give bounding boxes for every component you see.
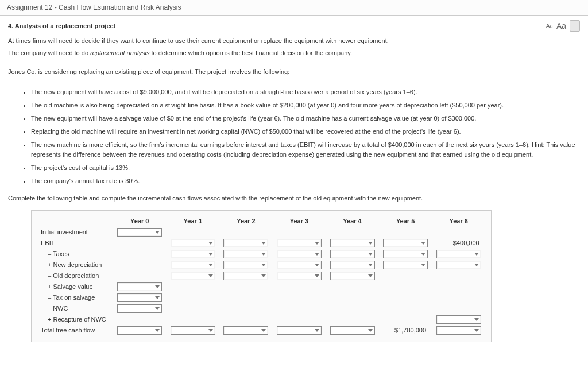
cashflow-table-container: Year 0 Year 1 Year 2 Year 3 Year 4 Year … [31, 210, 492, 342]
row-label: – Old depreciation [37, 270, 113, 281]
chevron-down-icon [315, 253, 319, 256]
dropdown-olddep-y2[interactable] [223, 272, 268, 280]
fact-item: The old machine is also being depreciate… [31, 100, 580, 110]
intro-2b: to determine which option is the best fi… [149, 49, 352, 56]
dropdown-newdep-y5[interactable] [383, 261, 428, 269]
row-initial-investment: Initial investment [37, 227, 485, 238]
dropdown-ebit-y4[interactable] [330, 239, 375, 247]
chevron-down-icon [208, 274, 213, 277]
dropdown-tfcf-y4[interactable] [330, 326, 375, 335]
row-recapture-nwc: + Recapture of NWC [37, 314, 485, 325]
col-header-y6: Year 6 [432, 215, 485, 227]
dropdown-salvage-y0[interactable] [117, 282, 162, 291]
dropdown-initial-y0[interactable] [117, 228, 162, 237]
dropdown-ebit-y1[interactable] [171, 239, 215, 247]
chevron-down-icon [368, 253, 373, 256]
font-controls: Aa Aa [546, 20, 580, 32]
row-old-depreciation: – Old depreciation [37, 270, 485, 281]
fact-item: The company's annual tax rate is 30%. [31, 176, 580, 186]
intro-2a: The company will need to do [8, 49, 90, 56]
row-nwc: – NWC [37, 303, 485, 314]
chevron-down-icon [208, 329, 213, 332]
font-size-up[interactable]: Aa [556, 21, 566, 30]
assignment-title: Assignment 12 - Cash Flow Estimation and… [0, 0, 588, 16]
question-title: 4. Analysis of a replacement project [8, 22, 115, 29]
row-label: + Salvage value [37, 281, 113, 292]
dropdown-olddep-y1[interactable] [171, 272, 215, 280]
table-header-row: Year 0 Year 1 Year 2 Year 3 Year 4 Year … [37, 215, 485, 227]
chevron-down-icon [421, 253, 425, 256]
question-content: 4. Analysis of a replacement project Aa … [0, 16, 588, 350]
fact-item: The new equipment will have a cost of $9… [31, 87, 580, 97]
fact-item: The new equipment will have a salvage va… [31, 114, 580, 123]
row-label: – Taxes [37, 249, 113, 260]
dropdown-newdep-y3[interactable] [277, 261, 322, 269]
fact-list: The new equipment will have a cost of $9… [8, 87, 580, 186]
chevron-down-icon [155, 231, 160, 234]
row-label: + Recapture of NWC [37, 314, 113, 325]
chevron-down-icon [421, 264, 425, 266]
dropdown-tfcf-y1[interactable] [171, 326, 215, 335]
chevron-down-icon [474, 253, 479, 256]
dropdown-tfcf-y3[interactable] [277, 326, 322, 335]
font-size-down[interactable]: Aa [546, 23, 553, 29]
dropdown-newdep-y6[interactable] [436, 261, 481, 269]
col-header-y4: Year 4 [326, 215, 379, 227]
row-new-depreciation: + New depreciation [37, 260, 485, 270]
chevron-down-icon [368, 264, 373, 266]
dropdown-taxsalv-y0[interactable] [117, 293, 162, 302]
dropdown-ebit-y5[interactable] [383, 239, 428, 247]
col-header-y0: Year 0 [113, 215, 167, 227]
row-salvage-value: + Salvage value [37, 281, 485, 292]
dropdown-taxes-y4[interactable] [330, 250, 375, 258]
tfcf-y5-value: $1,780,000 [383, 327, 428, 334]
chevron-down-icon [421, 242, 425, 245]
chevron-down-icon [315, 274, 319, 277]
row-ebit: EBIT $400,000 [37, 238, 485, 249]
row-label: + New depreciation [37, 260, 113, 270]
dropdown-olddep-y3[interactable] [277, 272, 322, 280]
row-total-free-cash-flow: Total free cash flow $1,780,000 [37, 325, 485, 336]
dropdown-tfcf-y0[interactable] [117, 326, 162, 335]
chevron-down-icon [155, 329, 160, 332]
chevron-down-icon [315, 242, 319, 245]
dropdown-ebit-y2[interactable] [223, 239, 268, 247]
dropdown-newdep-y1[interactable] [171, 261, 215, 269]
row-label: EBIT [37, 238, 113, 249]
calculator-icon[interactable] [570, 20, 580, 32]
scenario-lead: Jones Co. is considering replacing an ex… [8, 67, 580, 77]
task-instruction: Complete the following table and compute… [8, 194, 580, 203]
chevron-down-icon [155, 307, 160, 310]
dropdown-newdep-y2[interactable] [223, 261, 268, 269]
fact-item: The project's cost of capital is 13%. [31, 163, 580, 173]
row-label: Total free cash flow [37, 325, 113, 336]
chevron-down-icon [474, 264, 479, 266]
col-header-y1: Year 1 [167, 215, 220, 227]
dropdown-recap-y6[interactable] [436, 315, 481, 324]
chevron-down-icon [155, 296, 160, 299]
dropdown-nwc-y0[interactable] [117, 304, 162, 313]
chevron-down-icon [261, 274, 266, 277]
dropdown-tfcf-y2[interactable] [223, 326, 268, 335]
dropdown-taxes-y6[interactable] [436, 250, 481, 258]
dropdown-ebit-y3[interactable] [277, 239, 322, 247]
chevron-down-icon [315, 329, 319, 332]
dropdown-newdep-y4[interactable] [330, 261, 375, 269]
dropdown-taxes-y3[interactable] [277, 250, 322, 258]
col-header-y3: Year 3 [273, 215, 326, 227]
intro-line-2: The company will need to do replacement … [8, 48, 580, 58]
dropdown-taxes-y2[interactable] [223, 250, 268, 258]
chevron-down-icon [474, 318, 479, 321]
chevron-down-icon [368, 242, 373, 245]
intro-2-italic: replacement analysis [90, 49, 149, 56]
chevron-down-icon [208, 242, 213, 245]
dropdown-olddep-y4[interactable] [330, 272, 375, 280]
dropdown-tfcf-y6[interactable] [436, 326, 481, 335]
chevron-down-icon [261, 242, 266, 245]
fact-item: Replacing the old machine will require a… [31, 127, 580, 137]
row-tax-on-salvage: – Tax on salvage [37, 292, 485, 303]
dropdown-taxes-y1[interactable] [171, 250, 215, 258]
dropdown-taxes-y5[interactable] [383, 250, 428, 258]
chevron-down-icon [315, 264, 319, 266]
chevron-down-icon [368, 274, 373, 277]
